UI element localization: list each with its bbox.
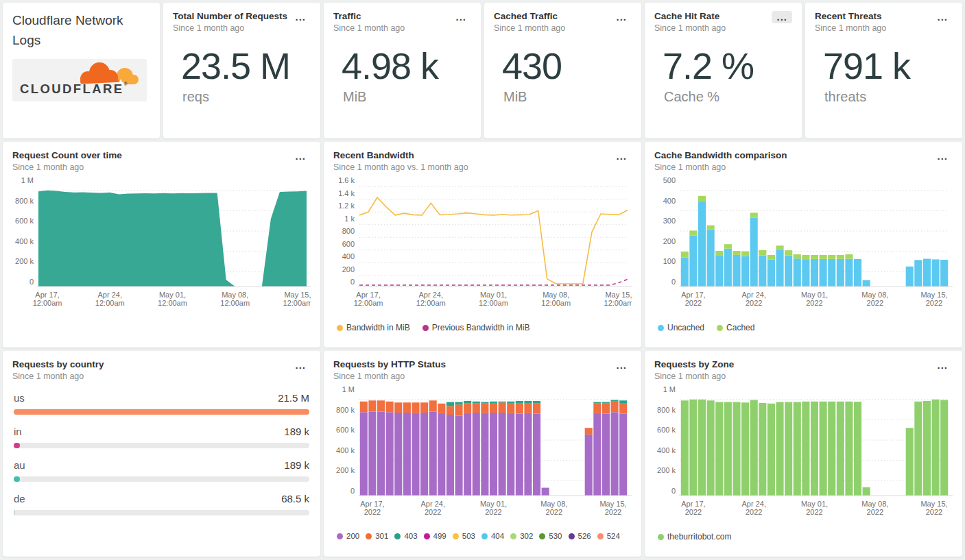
- page-title: Cloudflare Network Logs: [12, 11, 136, 50]
- panel-menu-button[interactable]: ...: [611, 11, 632, 23]
- legend-item[interactable]: Bandwidth in MiB: [337, 323, 410, 332]
- svg-text:2022: 2022: [926, 508, 942, 516]
- country-value: 189 k: [284, 459, 309, 471]
- panel-cache-bandwidth: Cache Bandwidth comparison Since 1 month…: [645, 142, 962, 348]
- legend-item[interactable]: theburritobot.com: [658, 532, 731, 541]
- panel-requests-by-zone: Requests by Zone Since 1 month ago ... 0…: [645, 351, 962, 557]
- panel-title: Traffic: [333, 11, 405, 21]
- panel-menu-button[interactable]: ...: [451, 11, 471, 23]
- dashboard: Cloudflare Network Logs CLOUDFLARE® Tota…: [0, 0, 965, 560]
- panel-menu-button[interactable]: ...: [932, 359, 953, 372]
- kpi-value: 23.5 M: [181, 47, 311, 86]
- svg-text:12:00am: 12:00am: [541, 299, 571, 307]
- trademark: ®: [123, 82, 127, 86]
- chart-legend: Bandwidth in MiBPrevious Bandwidth in Mi…: [333, 321, 632, 332]
- svg-text:0: 0: [671, 487, 676, 495]
- chart-canvas[interactable]: 0200 k400 k600 k800 k1 MApr 17,12:00amAp…: [12, 175, 311, 321]
- svg-text:800: 800: [342, 227, 355, 235]
- country-row: de68.5 k: [14, 493, 309, 515]
- svg-text:Apr 17,: Apr 17,: [681, 500, 705, 508]
- legend-item[interactable]: 403: [394, 532, 417, 540]
- panel-menu-button[interactable]: ...: [932, 150, 953, 162]
- kpi-unit: MiB: [343, 89, 471, 105]
- legend-item[interactable]: 301: [366, 532, 388, 540]
- svg-text:600: 600: [342, 240, 355, 248]
- svg-text:May 08,: May 08,: [861, 291, 888, 299]
- svg-text:12:00am: 12:00am: [95, 299, 125, 307]
- legend-item[interactable]: 404: [481, 532, 504, 540]
- panel-menu-button[interactable]: ...: [290, 11, 311, 23]
- svg-text:2022: 2022: [806, 508, 822, 516]
- svg-text:12:00am: 12:00am: [283, 299, 311, 307]
- chart-canvas[interactable]: 02004006008001 k1.2 k1.4 k1.6 kApr 17,12…: [333, 175, 632, 321]
- country-bar-track: [14, 476, 309, 482]
- svg-text:May 15,: May 15,: [920, 291, 947, 299]
- legend-item[interactable]: 503: [453, 532, 475, 540]
- country-label: in: [14, 426, 22, 437]
- legend-dot: [539, 533, 545, 539]
- svg-text:Apr 17,: Apr 17,: [681, 291, 705, 299]
- panel-menu-button[interactable]: ...: [290, 150, 311, 162]
- svg-text:Apr 17,: Apr 17,: [360, 500, 384, 508]
- legend-item[interactable]: 302: [510, 532, 533, 540]
- svg-text:May 01,: May 01,: [801, 291, 828, 299]
- panel-menu-button[interactable]: ...: [932, 11, 953, 23]
- cache-bandwidth-chart[interactable]: 0100200300400500Apr 17,2022Apr 24,2022Ma…: [654, 175, 953, 321]
- svg-text:May 01,: May 01,: [480, 500, 507, 508]
- svg-text:2022: 2022: [425, 508, 441, 516]
- country-bar-fill: [14, 510, 15, 515]
- legend-dot: [337, 325, 343, 331]
- panel-recent-bandwidth: Recent Bandwidth Since 1 month ago vs. 1…: [324, 142, 641, 348]
- svg-text:2022: 2022: [364, 508, 381, 516]
- chart-canvas[interactable]: 0100200300400500Apr 17,2022Apr 24,2022Ma…: [654, 175, 953, 321]
- svg-text:May 01,: May 01,: [480, 291, 507, 299]
- cloudflare-logo: CLOUDFLARE®: [12, 59, 147, 101]
- legend-item[interactable]: Cached: [717, 323, 754, 332]
- recent-bandwidth-chart[interactable]: 02004006008001 k1.2 k1.4 k1.6 kApr 17,12…: [333, 175, 632, 321]
- kpi-panel-cache-hit-rate: Cache Hit Rate Since 1 month ago ... 7.2…: [645, 3, 802, 138]
- svg-text:2022: 2022: [685, 299, 702, 307]
- svg-text:400 k: 400 k: [15, 237, 34, 245]
- svg-text:0: 0: [671, 278, 676, 286]
- panel-subtitle: Since 1 month ago: [12, 372, 104, 381]
- legend-item[interactable]: 200: [337, 532, 359, 540]
- panel-menu-button[interactable]: ...: [611, 359, 632, 372]
- requests-by-zone-chart[interactable]: 0200 k400 k600 k800 k1 MApr 17,2022Apr 2…: [654, 384, 953, 531]
- svg-text:0: 0: [29, 278, 34, 286]
- svg-text:0: 0: [350, 278, 355, 286]
- panel-title: Cache Bandwidth comparison: [654, 150, 787, 160]
- kpi-value: 4.98 k: [342, 47, 471, 86]
- chart-canvas[interactable]: 0200 k400 k600 k800 k1 MApr 17,2022Apr 2…: [654, 384, 953, 531]
- legend-dot: [597, 533, 604, 539]
- kpi-unit: Cache %: [664, 89, 792, 105]
- legend-item[interactable]: 530: [539, 532, 562, 540]
- chart-legend: UncachedCached: [654, 321, 953, 332]
- panel-menu-button[interactable]: ...: [290, 359, 311, 372]
- legend-dot: [366, 533, 372, 539]
- request-count-chart[interactable]: 0200 k400 k600 k800 k1 MApr 17,12:00amAp…: [12, 175, 311, 321]
- svg-text:1.6 k: 1.6 k: [338, 176, 355, 184]
- legend-item[interactable]: 524: [597, 532, 620, 540]
- svg-text:2022: 2022: [485, 508, 501, 516]
- svg-text:12:00am: 12:00am: [158, 299, 187, 307]
- panel-title: Requests by Zone: [654, 359, 734, 369]
- panel-title: Requests by HTTP Status: [333, 359, 446, 369]
- legend-item[interactable]: 526: [569, 532, 591, 540]
- country-row: us21.5 M: [14, 392, 309, 415]
- legend-item[interactable]: Uncached: [658, 323, 704, 332]
- svg-text:1 k: 1 k: [344, 215, 355, 223]
- country-bar-fill: [14, 476, 20, 482]
- svg-text:400 k: 400 k: [657, 446, 676, 454]
- legend-item[interactable]: Previous Bandwidth in MiB: [422, 323, 530, 332]
- chart-canvas[interactable]: 0200 k400 k600 k800 k1 MApr 17,2022Apr 2…: [333, 384, 632, 531]
- country-bar-fill: [14, 409, 309, 415]
- requests-by-http-status-chart[interactable]: 0200 k400 k600 k800 k1 MApr 17,2022Apr 2…: [333, 384, 632, 531]
- panel-menu-button[interactable]: ...: [611, 150, 632, 162]
- kpi-panel-traffic: Traffic Since 1 month ago ... 4.98 k MiB: [324, 3, 481, 138]
- country-value: 21.5 M: [278, 392, 309, 404]
- svg-text:12:00am: 12:00am: [220, 299, 250, 307]
- panel-menu-button[interactable]: ...: [772, 11, 792, 23]
- svg-text:May 08,: May 08,: [861, 500, 888, 508]
- legend-item[interactable]: 499: [424, 532, 446, 540]
- svg-text:12:00am: 12:00am: [479, 299, 508, 307]
